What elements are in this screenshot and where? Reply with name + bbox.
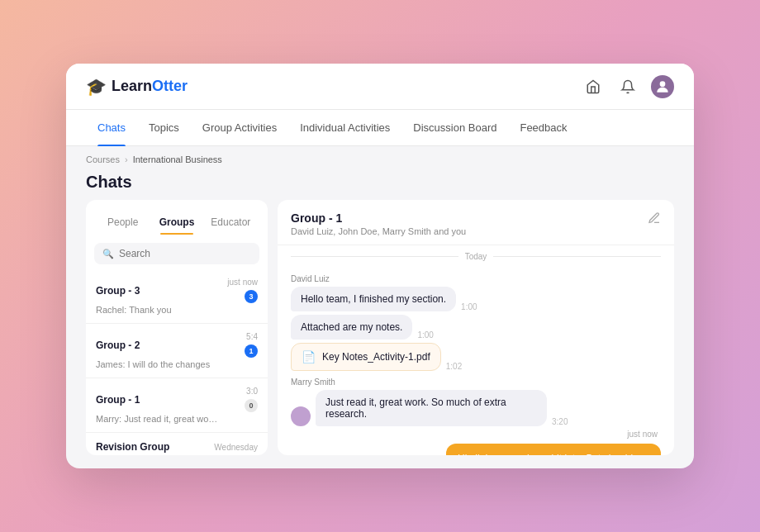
header: 🎓 LearnOtter — [66, 64, 694, 110]
search-input[interactable] — [119, 248, 251, 259]
main-content: People Groups Educator 🔍 Group - 3 — [66, 200, 694, 468]
divider-line-left — [291, 256, 458, 257]
list-item[interactable]: Group - 3 just now 3 Rachel: Thank you — [86, 269, 268, 324]
avatar[interactable] — [651, 75, 674, 98]
message-row: Attached are my notes. 1:00 — [291, 315, 661, 340]
sidebar-tabs: People Groups Educator — [86, 200, 268, 235]
file-icon: 📄 — [302, 350, 316, 363]
just-now-label: just now — [291, 430, 661, 439]
message-row: 📄 Key Notes_Activity-1.pdf 1:02 — [291, 343, 661, 371]
chat-list: Group - 3 just now 3 Rachel: Thank you G… — [86, 269, 268, 455]
sender-avatar — [291, 406, 311, 426]
file-bubble: 📄 Key Notes_Activity-1.pdf — [291, 343, 441, 371]
nav-item-group-activities[interactable]: Group Activities — [191, 110, 288, 146]
chat-sidebar: People Groups Educator 🔍 Group - 3 — [86, 200, 268, 455]
message-time: 3:20 — [552, 417, 568, 426]
logo-icon: 🎓 — [86, 77, 107, 97]
logo-text: LearnOtter — [112, 78, 188, 95]
my-message-row: Hi all, I am running a bit late. But sho… — [291, 444, 661, 455]
divider-line-right — [493, 256, 661, 257]
nav-item-individual-activities[interactable]: Individual Activities — [288, 110, 401, 146]
message-time: 1:00 — [417, 330, 433, 340]
search-bar: 🔍 — [94, 243, 259, 264]
app-window: 🎓 LearnOtter — [66, 64, 694, 468]
logo: 🎓 LearnOtter — [86, 77, 188, 97]
edit-icon[interactable] — [648, 211, 661, 227]
breadcrumb: Courses › International Business — [66, 146, 694, 168]
messages-area: David Luiz Hello team, I finished my sec… — [278, 268, 674, 455]
sender-name: David Luiz — [291, 274, 661, 283]
chat-members: David Luiz, John Doe, Marry Smith and yo… — [291, 226, 466, 236]
nav: Chats Topics Group Activities Individual… — [66, 110, 694, 146]
message-row: Just read it, great work. So much of ext… — [291, 390, 661, 426]
my-message-bubble: Hi all, I am running a bit late. But sho… — [446, 444, 661, 455]
badge: 1 — [245, 344, 258, 358]
nav-item-chats[interactable]: Chats — [86, 110, 137, 146]
list-item[interactable]: Revision Group Wednesday Jesse: Ok, than… — [86, 433, 268, 455]
chat-panel: Group - 1 David Luiz, John Doe, Marry Sm… — [278, 200, 674, 455]
nav-item-feedback[interactable]: Feedback — [508, 110, 578, 146]
chat-header: Group - 1 David Luiz, John Doe, Marry Sm… — [278, 200, 674, 245]
message-bubble: Just read it, great work. So much of ext… — [316, 390, 547, 426]
list-item[interactable]: Group - 2 5:4 1 James: I will do the cha… — [86, 324, 268, 378]
breadcrumb-link[interactable]: Courses — [86, 154, 120, 164]
sender-name: Marry Smith — [291, 378, 661, 387]
message-row: Hello team, I finished my section. 1:00 — [291, 287, 661, 311]
message-bubble: Attached are my notes. — [291, 315, 412, 340]
chat-group-name: Group - 1 — [291, 211, 466, 225]
divider-label: Today — [465, 252, 487, 261]
breadcrumb-separator: › — [125, 154, 128, 164]
badge: 3 — [245, 290, 258, 303]
bell-icon[interactable] — [616, 75, 639, 98]
home-icon[interactable] — [582, 75, 605, 98]
search-icon: 🔍 — [102, 249, 114, 259]
message-bubble: Hello team, I finished my section. — [291, 287, 456, 311]
nav-item-topics[interactable]: Topics — [137, 110, 191, 146]
tab-educator[interactable]: Educator — [204, 210, 258, 235]
message-time: 1:02 — [446, 362, 462, 371]
tab-people[interactable]: People — [96, 210, 150, 235]
chat-divider: Today — [278, 245, 674, 268]
svg-point-0 — [660, 81, 666, 87]
page-title-bar: Chats — [66, 168, 694, 200]
list-item[interactable]: Group - 1 3:0 0 Marry: Just read it, gre… — [86, 378, 268, 433]
page-title: Chats — [86, 173, 674, 192]
file-name: Key Notes_Activity-1.pdf — [322, 351, 430, 363]
badge: 0 — [245, 399, 258, 412]
nav-item-discussion-board[interactable]: Discussion Board — [401, 110, 508, 146]
header-icons — [582, 75, 674, 98]
tab-groups[interactable]: Groups — [150, 210, 203, 235]
breadcrumb-current: International Business — [133, 154, 222, 164]
message-time: 1:00 — [461, 302, 477, 311]
